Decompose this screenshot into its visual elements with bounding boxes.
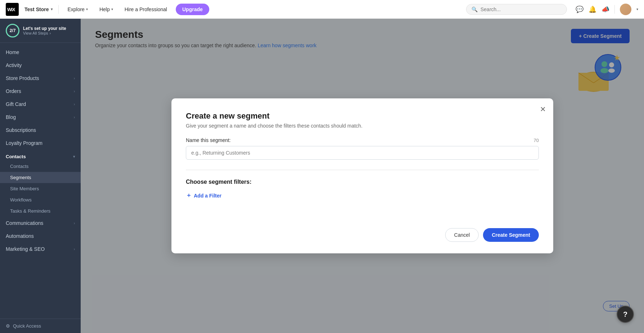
add-filter-button[interactable]: ＋ Add a Filter (186, 192, 222, 199)
create-segment-modal: ✕ Create a new segment Give your segment… (171, 98, 553, 253)
setup-text: Let's set up your site View All Steps › (23, 26, 66, 35)
setup-chevron-icon: › (50, 31, 51, 35)
sidebar-item-blog[interactable]: Blog › (0, 111, 81, 124)
main-content: Segments Organize your contacts into gro… (81, 19, 644, 333)
avatar[interactable] (620, 4, 631, 15)
modal-name-label-row: Name this segment: 70 (186, 137, 539, 143)
store-name: Test Store (24, 6, 49, 12)
main-area: 2/7 Let's set up your site View All Step… (0, 19, 644, 333)
help-menu[interactable]: Help ▾ (97, 5, 116, 14)
marketing-chevron-icon: › (74, 247, 75, 251)
nav-divider (58, 5, 59, 14)
bell-icon[interactable]: 🔔 (589, 5, 596, 13)
sidebar-item-segments[interactable]: Segments (0, 172, 81, 183)
modal-title: Create a new segment (186, 111, 539, 121)
modal-char-count: 70 (534, 138, 539, 143)
contacts-section-label[interactable]: Contacts ▾ (0, 150, 81, 161)
sidebar-item-tasks-reminders[interactable]: Tasks & Reminders (0, 205, 81, 217)
store-products-chevron-icon: › (74, 76, 75, 80)
store-chevron-icon: ▾ (51, 7, 53, 11)
sidebar-item-orders[interactable]: Orders › (0, 85, 81, 98)
modal-footer: Cancel Create Segment (186, 228, 539, 242)
sidebar-item-gift-card[interactable]: Gift Card › (0, 98, 81, 111)
sidebar: 2/7 Let's set up your site View All Step… (0, 19, 81, 333)
sidebar-item-home[interactable]: Home (0, 46, 81, 59)
modal-create-segment-button[interactable]: Create Segment (483, 228, 539, 242)
sidebar-setup[interactable]: 2/7 Let's set up your site View All Step… (0, 19, 81, 43)
nav-icons: 💬 🔔 📣 ▾ (576, 4, 638, 15)
blog-chevron-icon: › (74, 115, 75, 119)
megaphone-icon[interactable]: 📣 (601, 5, 609, 13)
contacts-chevron-icon: ▾ (73, 155, 75, 159)
chat-icon[interactable]: 💬 (576, 5, 583, 13)
modal-overlay: ✕ Create a new segment Give your segment… (81, 19, 644, 333)
explore-chevron-icon: ▾ (86, 7, 88, 11)
modal-divider (186, 170, 539, 170)
hire-professional-link[interactable]: Hire a Professional (122, 5, 170, 14)
avatar-chevron-icon: ▾ (636, 7, 638, 11)
gift-card-chevron-icon: › (74, 102, 75, 106)
sidebar-item-activity[interactable]: Activity (0, 59, 81, 72)
modal-name-label: Name this segment: (186, 137, 231, 143)
sidebar-item-store-products[interactable]: Store Products › (0, 72, 81, 85)
wix-logo: WiX (6, 3, 19, 16)
nav-divider-2 (614, 5, 615, 14)
svg-text:WiX: WiX (7, 7, 15, 12)
explore-menu[interactable]: Explore ▾ (64, 5, 90, 14)
filters-section-title: Choose segment filters: (186, 179, 539, 185)
sidebar-item-communications[interactable]: Communications › (0, 217, 81, 230)
store-selector[interactable]: Test Store ▾ (24, 6, 53, 12)
search-icon: 🔍 (471, 6, 478, 12)
sidebar-nav: Home Activity Store Products › Orders › … (0, 43, 81, 319)
quick-access[interactable]: ⚙ Quick Access (0, 319, 81, 333)
communications-chevron-icon: › (74, 221, 75, 225)
sidebar-item-automations[interactable]: Automations (0, 230, 81, 243)
modal-close-button[interactable]: ✕ (540, 105, 546, 114)
sidebar-item-workflows[interactable]: Workflows (0, 194, 81, 205)
upgrade-button[interactable]: Upgrade (176, 4, 209, 15)
quick-access-icon: ⚙ (6, 323, 10, 329)
sidebar-item-contacts[interactable]: Contacts (0, 161, 81, 172)
help-chevron-icon: ▾ (111, 7, 113, 11)
sidebar-item-marketing-seo[interactable]: Marketing & SEO › (0, 243, 81, 256)
search-input[interactable] (480, 6, 562, 12)
plus-icon: ＋ (186, 192, 192, 199)
segment-name-input[interactable] (186, 146, 539, 160)
modal-subtitle: Give your segment a name and choose the … (186, 123, 539, 129)
search-bar[interactable]: 🔍 (466, 4, 567, 15)
top-navigation: WiX Test Store ▾ Explore ▾ Help ▾ Hire a… (0, 0, 644, 19)
sidebar-item-loyalty-program[interactable]: Loyalty Program (0, 137, 81, 150)
sidebar-item-site-members[interactable]: Site Members (0, 183, 81, 194)
sidebar-item-subscriptions[interactable]: Subscriptions (0, 124, 81, 137)
help-fab-button[interactable]: ? (617, 306, 634, 323)
orders-chevron-icon: › (74, 89, 75, 93)
cancel-button[interactable]: Cancel (445, 228, 479, 242)
setup-progress-circle: 2/7 (6, 24, 19, 37)
